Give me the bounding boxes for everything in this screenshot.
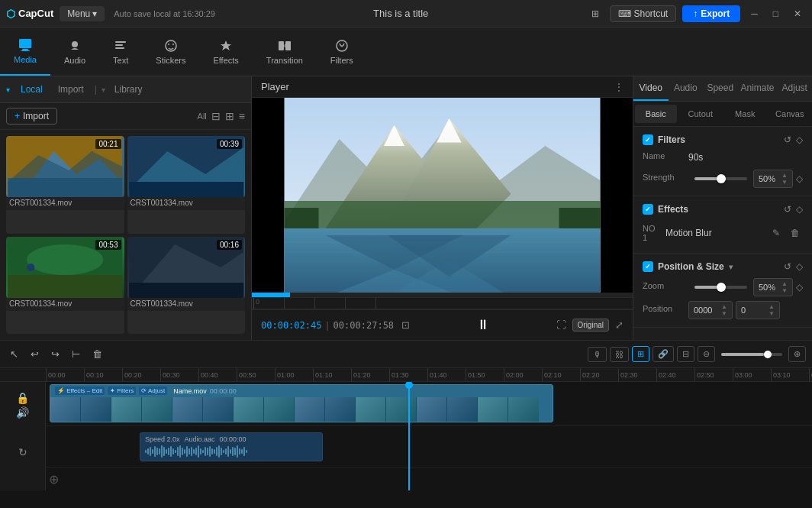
toolbar-filters[interactable]: Filters bbox=[317, 28, 367, 76]
timeline-ruler: 00:00 00:10 00:20 00:30 00:40 00:50 01:0… bbox=[0, 368, 812, 382]
menu-button[interactable]: Menu ▾ bbox=[60, 6, 105, 21]
clip-filters-label: ✦ Filters bbox=[108, 387, 136, 395]
ruler-mark-150: 01:50 bbox=[466, 368, 504, 381]
media-item-3[interactable]: 00:53 CRST001334.mov bbox=[6, 237, 124, 335]
filters-more-icon[interactable]: ◇ bbox=[796, 134, 803, 145]
strength-slider[interactable] bbox=[694, 177, 747, 180]
position-more-icon[interactable]: ◇ bbox=[796, 261, 803, 272]
delete-button[interactable]: 🗑 bbox=[89, 346, 106, 362]
zoom-value[interactable]: 50% ▲▼ bbox=[753, 278, 793, 296]
player-video[interactable] bbox=[252, 98, 633, 297]
media-item-4[interactable]: 00:16 CRST001334.mov bbox=[127, 237, 246, 335]
svg-rect-1 bbox=[22, 49, 28, 50]
toolbar-transition[interactable]: Transition bbox=[253, 28, 317, 76]
grid-view-icon[interactable]: ⊞ bbox=[225, 110, 234, 122]
fullscreen-icon[interactable]: ⛶ bbox=[556, 319, 566, 331]
clip-time-label: 00:00:00 bbox=[210, 387, 237, 395]
wbar bbox=[246, 450, 247, 453]
chapters-icon[interactable]: ⊡ bbox=[401, 319, 410, 331]
redo-button[interactable]: ↪ bbox=[47, 346, 63, 362]
position-reset-icon[interactable]: ↺ bbox=[784, 261, 791, 272]
sub-tab-basic[interactable]: Basic bbox=[635, 105, 677, 123]
svg-point-24 bbox=[27, 264, 34, 271]
tab-video[interactable]: Video bbox=[633, 76, 669, 101]
svg-rect-22 bbox=[8, 275, 122, 298]
mic-button[interactable]: 🎙 bbox=[588, 347, 607, 362]
media-item-2[interactable]: 00:39 CRST001334.mov bbox=[127, 136, 246, 234]
zoom-out-button[interactable]: ⊖ bbox=[698, 346, 715, 362]
add-track-icon[interactable]: ⊕ bbox=[49, 472, 59, 487]
tab-animate[interactable]: Animate bbox=[738, 76, 778, 101]
track-audio-icon[interactable]: 🔊 bbox=[16, 406, 29, 419]
tab-speed[interactable]: Speed bbox=[703, 76, 738, 101]
position-checkbox[interactable]: ✓ bbox=[643, 261, 653, 272]
monitor-icon-btn[interactable]: ⊞ bbox=[587, 5, 604, 22]
effects-checkbox[interactable]: ✓ bbox=[643, 204, 653, 215]
wbar bbox=[232, 447, 234, 456]
video-clip[interactable]: ⚡ Effects – Edit ✦ Filters ⟳ Adjust Name… bbox=[50, 384, 553, 422]
snap-button[interactable]: ⊞ bbox=[632, 346, 649, 362]
zoom-slider[interactable] bbox=[694, 286, 747, 289]
toolbar-audio[interactable]: Audio bbox=[50, 28, 99, 76]
import-button[interactable]: + Import bbox=[6, 108, 57, 125]
sub-tab-cutout[interactable]: Cutout bbox=[680, 105, 722, 123]
zoom-in-button[interactable]: ⊕ bbox=[788, 346, 806, 362]
play-button[interactable]: ⏸ bbox=[476, 317, 490, 333]
strength-value[interactable]: 50% ▲▼ bbox=[753, 170, 793, 188]
list-view-icon[interactable]: ≡ bbox=[239, 110, 245, 122]
maximize-button[interactable]: □ bbox=[768, 5, 783, 22]
svg-rect-5 bbox=[115, 44, 123, 46]
export-button[interactable]: ↑ Export bbox=[682, 5, 740, 22]
zoom-slider[interactable] bbox=[721, 353, 782, 356]
position-x-input[interactable]: 0000 ▲▼ bbox=[688, 301, 733, 319]
clip-frame bbox=[81, 397, 111, 422]
player-menu-icon[interactable]: ⋮ bbox=[614, 82, 624, 92]
track-area: 🔒 🔊 ↻ ⚡ Effects – Edi bbox=[0, 382, 812, 490]
close-button[interactable]: ✕ bbox=[789, 5, 806, 22]
sub-tab-mask[interactable]: Mask bbox=[724, 105, 766, 123]
expand-icon[interactable]: ⤢ bbox=[615, 319, 624, 331]
sub-tab-canvas[interactable]: Canvas bbox=[769, 105, 811, 123]
tab-audio[interactable]: Audio bbox=[669, 76, 704, 101]
effect-delete-icon[interactable]: 🗑 bbox=[788, 226, 803, 240]
track-rotate-icon[interactable]: ↻ bbox=[18, 446, 27, 458]
effects-reset-icon[interactable]: ↺ bbox=[784, 204, 791, 215]
filters-reset-icon[interactable]: ↺ bbox=[784, 134, 791, 145]
effects-actions: ↺ ◇ bbox=[784, 204, 803, 215]
effect-edit-icon[interactable]: ✎ bbox=[769, 226, 783, 240]
effects-section: ✓ Effects ↺ ◇ NO 1 Motion Blur ✎ 🗑 bbox=[633, 196, 812, 254]
shortcut-button[interactable]: ⌨ Shortcut bbox=[610, 5, 677, 22]
track-lock-icon[interactable]: 🔒 bbox=[16, 392, 29, 404]
tab-local[interactable]: Local bbox=[14, 81, 49, 98]
position-y-input[interactable]: 0 ▲▼ bbox=[736, 301, 780, 319]
media-item-1[interactable]: 00:21 CRST001334.mov bbox=[6, 136, 124, 234]
toolbar-effects[interactable]: Effects bbox=[199, 28, 252, 76]
project-title: This is a title bbox=[221, 8, 581, 19]
effect-num: NO 1 bbox=[643, 224, 661, 242]
audio-clip[interactable]: Speed 2.0x Audio.aac 00:00:00 bbox=[140, 432, 323, 461]
toolbar-media[interactable]: Media bbox=[0, 28, 50, 76]
clip-frame bbox=[50, 397, 81, 422]
filter-icon[interactable]: ⊟ bbox=[211, 110, 221, 122]
minimize-button[interactable]: ─ bbox=[746, 5, 762, 22]
topbar: ⬡ CapCut Menu ▾ Auto save local at 16:30… bbox=[0, 0, 812, 28]
tab-adjust[interactable]: Adjust bbox=[778, 76, 812, 101]
filters-checkbox[interactable]: ✓ bbox=[643, 134, 653, 145]
wbar bbox=[237, 445, 238, 458]
toolbar-stickers[interactable]: Stickers bbox=[142, 28, 199, 76]
zoom-diamond-icon[interactable]: ◇ bbox=[796, 282, 803, 293]
lock-button[interactable]: 🔗 bbox=[652, 346, 674, 362]
select-tool-button[interactable]: ↖ bbox=[6, 346, 22, 362]
undo-button[interactable]: ↩ bbox=[27, 346, 43, 362]
link-button[interactable]: ⛓ bbox=[610, 347, 629, 362]
wbar bbox=[216, 447, 218, 456]
unlink-button[interactable]: ⊟ bbox=[677, 346, 694, 362]
toolbar-text[interactable]: Text bbox=[99, 28, 142, 76]
tab-library[interactable]: Library bbox=[108, 81, 149, 98]
clip-frame bbox=[295, 397, 325, 422]
effects-more-icon[interactable]: ◇ bbox=[796, 204, 803, 215]
clip-frame bbox=[325, 397, 356, 422]
split-button[interactable]: ⊢ bbox=[68, 346, 84, 362]
tab-import[interactable]: Import bbox=[52, 81, 90, 98]
strength-diamond-icon[interactable]: ◇ bbox=[796, 173, 803, 184]
